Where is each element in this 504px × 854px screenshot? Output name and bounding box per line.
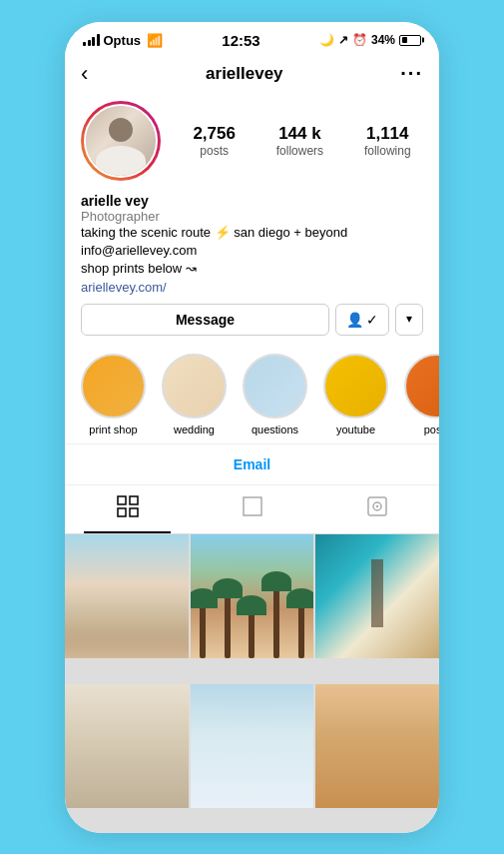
phone-frame: Optus 📶 12:53 🌙 ↗ ⏰ 34% ‹ ariellevey ··· bbox=[65, 22, 439, 833]
grid-photo-5[interactable] bbox=[191, 684, 314, 808]
grid-photo-1[interactable] bbox=[65, 534, 189, 658]
battery-icon bbox=[399, 35, 421, 46]
stat-followers[interactable]: 144 k followers bbox=[276, 124, 323, 158]
svg-rect-4 bbox=[244, 497, 261, 515]
posts-count: 2,756 bbox=[193, 124, 236, 144]
tab-bar bbox=[65, 485, 439, 534]
status-right: 🌙 ↗ ⏰ 34% bbox=[319, 33, 421, 47]
message-button[interactable]: Message bbox=[81, 304, 329, 336]
bio-link[interactable]: ariellevey.com/ bbox=[81, 280, 167, 295]
alarm-icon: ⏰ bbox=[352, 33, 367, 47]
bio-line-2: info@ariellevey.com bbox=[81, 242, 423, 260]
followers-label: followers bbox=[276, 144, 323, 158]
person-icon: 👤 bbox=[346, 312, 363, 328]
highlight-circle-print-shop bbox=[81, 354, 146, 419]
signal-icon bbox=[83, 34, 100, 46]
time-display: 12:53 bbox=[222, 32, 259, 49]
stat-posts: 2,756 posts bbox=[193, 124, 236, 158]
avatar bbox=[84, 104, 158, 178]
wifi-icon: 📶 bbox=[147, 33, 163, 48]
checkmark-icon: ✓ bbox=[366, 312, 378, 328]
back-button[interactable]: ‹ bbox=[81, 61, 88, 87]
svg-point-7 bbox=[375, 505, 377, 507]
grid-icon bbox=[117, 495, 139, 523]
carrier-label: Optus bbox=[104, 33, 142, 48]
highlight-wedding[interactable]: wedding bbox=[162, 354, 227, 435]
location-icon: ↗ bbox=[338, 33, 348, 47]
svg-rect-1 bbox=[130, 496, 138, 504]
profile-section: 2,756 posts 144 k followers 1,114 follow… bbox=[65, 91, 439, 347]
highlight-youtube[interactable]: youtube bbox=[323, 354, 388, 435]
bio-line-3: shop prints below ↝ bbox=[81, 260, 423, 278]
highlight-label-print-shop: print shop bbox=[89, 424, 137, 435]
email-button[interactable]: Email bbox=[174, 450, 330, 478]
followers-count: 144 k bbox=[278, 124, 321, 144]
more-options-button[interactable]: ··· bbox=[400, 62, 423, 85]
email-section: Email bbox=[65, 443, 439, 485]
avatar-gradient-ring bbox=[81, 101, 161, 181]
feed-icon bbox=[242, 495, 263, 523]
highlights-section: print shop wedding questions youtube pos… bbox=[65, 346, 439, 443]
stats-container: 2,756 posts 144 k followers 1,114 follow… bbox=[181, 124, 423, 158]
profession-label: Photographer bbox=[81, 209, 423, 224]
grid-photo-4[interactable] bbox=[65, 684, 189, 808]
profile-header: 2,756 posts 144 k followers 1,114 follow… bbox=[81, 101, 423, 181]
page-title: ariellevey bbox=[206, 64, 283, 84]
svg-rect-2 bbox=[118, 508, 126, 516]
highlight-label-youtube: youtube bbox=[336, 424, 375, 435]
grid-photo-6[interactable] bbox=[315, 684, 439, 808]
highlight-circle-youtube bbox=[323, 354, 388, 419]
grid-photo-2[interactable] bbox=[191, 534, 314, 658]
tab-feed[interactable] bbox=[190, 485, 314, 533]
tab-tagged[interactable] bbox=[314, 485, 439, 533]
bio-line-1: taking the scenic route ⚡ san diego + be… bbox=[81, 224, 423, 242]
highlight-positi[interactable]: positi bbox=[404, 354, 439, 435]
battery-percent: 34% bbox=[371, 33, 395, 47]
dropdown-button[interactable]: ▾ bbox=[395, 304, 423, 336]
chevron-down-icon: ▾ bbox=[406, 312, 412, 326]
display-name: arielle vey bbox=[81, 193, 423, 209]
svg-rect-0 bbox=[118, 496, 126, 504]
highlight-label-wedding: wedding bbox=[174, 424, 215, 435]
highlight-circle-positi bbox=[404, 354, 439, 419]
grid-photo-3[interactable] bbox=[315, 534, 439, 658]
highlight-questions[interactable]: questions bbox=[243, 354, 307, 435]
stat-following[interactable]: 1,114 following bbox=[364, 124, 411, 158]
highlight-print-shop[interactable]: print shop bbox=[81, 354, 146, 435]
highlight-label-questions: questions bbox=[252, 424, 298, 435]
highlight-circle-questions bbox=[243, 354, 307, 419]
following-label: following bbox=[364, 144, 411, 158]
highlight-circle-wedding bbox=[162, 354, 227, 419]
follow-status-button[interactable]: 👤 ✓ bbox=[335, 304, 389, 336]
posts-label: posts bbox=[200, 144, 229, 158]
status-bar: Optus 📶 12:53 🌙 ↗ ⏰ 34% bbox=[65, 22, 439, 53]
nav-bar: ‹ ariellevey ··· bbox=[65, 53, 439, 91]
status-left: Optus 📶 bbox=[83, 33, 163, 48]
highlight-label-positi: positi bbox=[424, 424, 439, 435]
photo-grid bbox=[65, 534, 439, 832]
tab-grid[interactable] bbox=[65, 485, 190, 533]
avatar-photo bbox=[86, 106, 156, 176]
bio-section: arielle vey Photographer taking the scen… bbox=[81, 193, 423, 297]
action-buttons: Message 👤 ✓ ▾ bbox=[81, 304, 423, 336]
following-count: 1,114 bbox=[366, 124, 409, 144]
svg-rect-3 bbox=[130, 508, 138, 516]
tagged-icon bbox=[366, 495, 388, 523]
moon-icon: 🌙 bbox=[319, 33, 334, 47]
